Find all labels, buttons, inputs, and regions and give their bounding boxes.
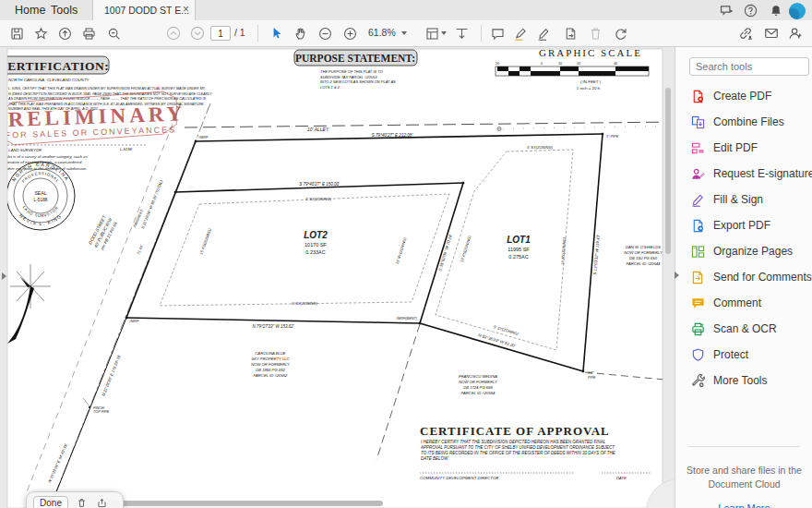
zoom-out-icon[interactable] xyxy=(314,22,336,44)
tool-comment[interactable]: Comment xyxy=(675,290,812,316)
svg-text:CAROLINA BLUE: CAROLINA BLUE xyxy=(255,351,286,356)
setback-label: 5' SY(ZONING) xyxy=(292,301,317,306)
delete-page-icon[interactable] xyxy=(584,22,606,44)
fill-sign-tool-icon[interactable] xyxy=(532,22,555,44)
tool-fill-sign[interactable]: Fill & Sign xyxy=(675,187,812,212)
star-icon[interactable] xyxy=(30,22,52,44)
svg-text:PARCEL ID #20554: PARCEL ID #20554 xyxy=(461,391,496,395)
user-avatar[interactable] xyxy=(788,2,806,19)
comment-tool-icon[interactable] xyxy=(486,22,508,44)
tool-edit-pdf[interactable]: Edit PDF xyxy=(675,135,812,161)
tool-protect[interactable]: Protect xyxy=(675,342,812,368)
previous-page-icon[interactable] xyxy=(162,22,185,44)
done-button[interactable]: Done xyxy=(33,496,68,508)
page-number-input[interactable] xyxy=(210,26,231,41)
trash-icon[interactable] xyxy=(75,496,89,508)
pinch-pipe-marker: PINCH xyxy=(93,406,104,410)
help-icon[interactable] xyxy=(742,2,759,19)
tool-create-pdf[interactable]: Create PDF xyxy=(675,83,812,109)
close-tab-icon[interactable]: × xyxy=(183,0,189,20)
search-icon[interactable] xyxy=(102,22,125,44)
approval-date-label: DATE xyxy=(616,476,627,480)
tab-document[interactable]: 1007 DODD ST E... × xyxy=(92,0,196,20)
certification-county: NORTH CAROLINA, CLEVELAND COUNTY xyxy=(8,78,90,82)
mrf-marker: #MRF xyxy=(198,136,209,139)
lot2-area-sf: 10170 SF xyxy=(304,242,327,248)
document-page: CERTIFICATION: NORTH CAROLINA, CLEVELAND… xyxy=(0,46,675,508)
convert-page-icon[interactable] xyxy=(559,22,581,44)
tool-scan-ocr[interactable]: Scan & OCR xyxy=(675,316,812,342)
surveyor-license: L-5188 xyxy=(120,147,133,151)
protect-shield-icon xyxy=(691,348,705,362)
tool-send-for-comments[interactable]: Send for Comments xyxy=(675,264,812,290)
certification-title: CERTIFICATION: xyxy=(0,59,109,73)
learn-more-link[interactable]: Learn More xyxy=(675,502,812,508)
scale-ratio-label: 1 inch = 20 ft. xyxy=(577,86,601,91)
tool-label: More Tools xyxy=(713,374,767,387)
bearing-lot2-south: N 79°27'33" W 153.62' xyxy=(252,324,293,329)
highlight-tool-icon[interactable] xyxy=(509,22,531,44)
tool-export-pdf[interactable]: Export PDF xyxy=(675,212,812,238)
undo-icon[interactable] xyxy=(609,22,631,44)
promo-text-line2: Document Cloud xyxy=(675,478,812,491)
hand-tool-icon[interactable] xyxy=(290,22,312,44)
fill-sign-icon xyxy=(691,193,705,207)
tools-pane-toggle-icon[interactable] xyxy=(675,272,679,279)
document-viewer: CERTIFICATION: NORTH CAROLINA, CLEVELAND… xyxy=(0,46,675,508)
tab-tools[interactable]: Tools xyxy=(51,0,78,20)
add-user-icon[interactable] xyxy=(784,22,806,44)
tool-label: Create PDF xyxy=(713,90,771,103)
organize-pages-icon xyxy=(691,245,705,259)
tool-organize-pages[interactable]: Organize Pages xyxy=(675,238,812,264)
screenshot-toolbar: Done xyxy=(26,491,124,508)
purpose-line: THE PURPOSE OF THIS PLAT IS TO xyxy=(320,69,383,74)
horizontal-scrollbar[interactable] xyxy=(102,501,383,506)
print-icon[interactable] xyxy=(78,22,100,44)
scroll-mode-icon[interactable] xyxy=(450,22,472,44)
notifications-bell-icon[interactable] xyxy=(767,2,784,19)
tool-request-esignatures[interactable]: Request E-signatures xyxy=(675,161,812,187)
feedback-icon[interactable] xyxy=(718,2,735,19)
page-fit-icon[interactable] xyxy=(421,22,443,44)
vertical-scrollbar[interactable] xyxy=(665,88,671,254)
tab-bar: Home Tools 1007 DODD ST E... × xyxy=(0,0,812,21)
page-fit-caret[interactable] xyxy=(441,31,447,35)
approval-line: DATE BELOW. xyxy=(421,456,448,461)
acrobat-window: Home Tools 1007 DODD ST E... × xyxy=(0,0,812,508)
approval-signer-label: COMMUNITY DEVELOPMENT DIRECTOR xyxy=(420,476,499,480)
purpose-line: LOTS 1 & 2. xyxy=(320,85,340,90)
save-icon[interactable] xyxy=(6,22,28,44)
share-icon[interactable] xyxy=(95,496,109,508)
scan-ocr-icon xyxy=(691,322,705,336)
combine-files-icon xyxy=(691,115,705,129)
pinch-pipe-marker: TOP PIPE xyxy=(93,410,110,414)
lot2-area-ac: 0.233AC xyxy=(305,249,325,255)
left-pane-toggle-icon[interactable] xyxy=(2,272,6,280)
lot1-area-sf: 11995 SF xyxy=(508,247,530,252)
next-page-icon[interactable] xyxy=(186,22,209,44)
select-tool-icon[interactable] xyxy=(265,22,287,44)
zoom-in-icon[interactable] xyxy=(339,22,361,44)
zoom-level-label[interactable]: 61.8% xyxy=(368,27,396,38)
tool-label: Organize Pages xyxy=(713,245,793,258)
mrf-marker: #MRF xyxy=(129,320,139,323)
share-link-icon[interactable] xyxy=(734,22,757,44)
pipe-half-marker: 1/2" xyxy=(588,371,594,375)
svg-text:0: 0 xyxy=(541,62,543,66)
purpose-title: PURPOSE STATEMENT: xyxy=(295,53,415,64)
zoom-dropdown-caret[interactable] xyxy=(401,31,407,35)
setback-label: 5' SY(ZONING) xyxy=(527,145,553,150)
tools-panel: Create PDF Combine Files Edit PDF Reques… xyxy=(675,46,812,508)
tab-home[interactable]: Home xyxy=(15,0,45,20)
category-line: plat is of a survey of another category,… xyxy=(5,154,88,159)
search-tools-input[interactable] xyxy=(689,57,809,76)
tool-combine-files[interactable]: Combine Files xyxy=(675,109,812,135)
svg-text:PARCEL ID #20544: PARCEL ID #20544 xyxy=(627,261,662,266)
email-icon[interactable] xyxy=(760,22,782,44)
purpose-line: SUBDIVIDE TAX PARCEL #20553 xyxy=(320,75,377,79)
share-file-icon[interactable] xyxy=(54,22,76,44)
tool-more-tools[interactable]: More Tools xyxy=(675,368,812,393)
purpose-line: INTO 2 NEW LOTS AS SHOWN ON PLAT AS xyxy=(320,79,396,84)
svg-text:20: 20 xyxy=(496,62,499,66)
comment-icon xyxy=(691,296,705,310)
